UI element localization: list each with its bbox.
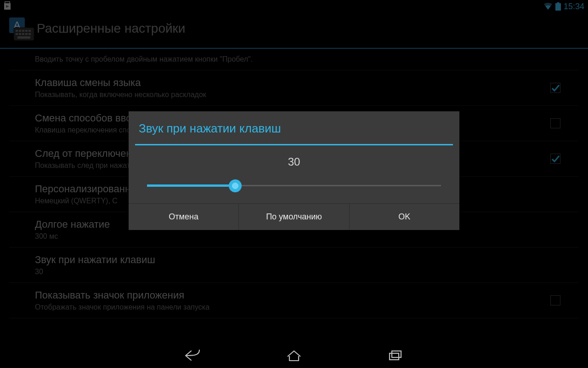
dialog-button-row: Отмена По умолчанию OK bbox=[129, 203, 459, 230]
keypress-sound-dialog: Звук при нажатии клавиш 30 Отмена По умо… bbox=[129, 111, 459, 230]
svg-rect-17 bbox=[392, 351, 401, 357]
cancel-button[interactable]: Отмена bbox=[129, 204, 239, 230]
default-button[interactable]: По умолчанию bbox=[239, 204, 349, 230]
slider-fill bbox=[147, 184, 235, 187]
volume-slider[interactable] bbox=[147, 175, 441, 199]
dialog-title: Звук при нажатии клавиш bbox=[129, 111, 459, 144]
ok-button[interactable]: OK bbox=[350, 204, 459, 230]
home-button[interactable] bbox=[280, 346, 308, 365]
back-button[interactable] bbox=[179, 346, 207, 365]
slider-thumb[interactable] bbox=[229, 179, 242, 192]
dialog-value: 30 bbox=[129, 145, 459, 172]
recents-button[interactable] bbox=[381, 346, 409, 365]
nav-bar bbox=[0, 343, 588, 368]
svg-rect-16 bbox=[390, 353, 399, 360]
